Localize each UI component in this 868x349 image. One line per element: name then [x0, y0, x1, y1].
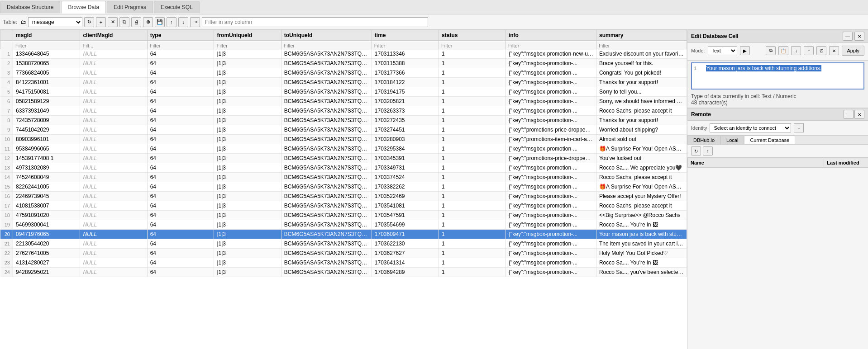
mode-select[interactable]: Text Binary Null Real Integer: [708, 46, 737, 55]
filter-type[interactable]: [147, 41, 214, 50]
print-btn[interactable]: 🖨: [131, 17, 141, 27]
filter-clientmsgid[interactable]: [80, 41, 147, 50]
table-row[interactable]: 872435728009NULL64|1|3BCM6G5ASA5K73AN2N7…: [0, 116, 687, 125]
export-btn[interactable]: ⇥: [190, 17, 200, 27]
cell-summary: Sorry, we should have informed you earli…: [596, 97, 687, 106]
clear-btn[interactable]: ✕: [829, 46, 839, 55]
null-btn[interactable]: ∅: [816, 46, 826, 55]
filter-summary-input[interactable]: [597, 42, 686, 49]
table-row[interactable]: 2341314280027NULL64|1|3BCM6G5ASA5K73AN2N…: [0, 258, 687, 268]
tab-browse-data[interactable]: Browse Data: [61, 1, 106, 14]
export-cell-btn[interactable]: ↑: [804, 46, 814, 55]
delete-row-btn[interactable]: ✕: [108, 17, 118, 27]
row-num: 1: [0, 49, 13, 59]
clear-filter-btn[interactable]: ⊗: [143, 17, 153, 27]
remote-tab-local[interactable]: Local: [720, 136, 744, 144]
row-num: 14: [0, 173, 13, 182]
filter-status[interactable]: [439, 41, 506, 50]
import-btn[interactable]: ↓: [791, 46, 801, 55]
table-row[interactable]: 2494289295021NULL64|1|3BCM6G5ASA5K73AN2N…: [0, 268, 687, 277]
filter-touniqueid-input[interactable]: [282, 42, 371, 49]
col-header-msgid[interactable]: msgId: [13, 30, 80, 41]
col-header-clientmsgid[interactable]: clientMsgId: [80, 30, 147, 41]
minimize-btn[interactable]: —: [843, 32, 853, 41]
format-btn[interactable]: ▶: [740, 46, 750, 55]
table-row[interactable]: 1349731302089NULL64|1|3BCM6G5ASA5K73AN2N…: [0, 163, 687, 173]
remote-minimize-btn[interactable]: —: [844, 110, 854, 119]
table-row[interactable]: 1195384996065NULL64|1|3BCM6G5ASA5K73AN2N…: [0, 144, 687, 154]
filter-time-input[interactable]: [372, 42, 438, 49]
remote-upload-btn[interactable]: ↑: [703, 146, 713, 156]
move-down-btn[interactable]: ↓: [178, 17, 188, 27]
col-header-type[interactable]: type: [147, 30, 214, 41]
cell-info: {"key":"msgbox-promotion-...: [506, 163, 596, 173]
filter-input[interactable]: [202, 17, 428, 27]
duplicate-row-btn[interactable]: ⧉: [119, 17, 129, 27]
filter-summary[interactable]: [596, 41, 687, 50]
table-select[interactable]: message: [28, 17, 82, 27]
table-row[interactable]: 1474524608049NULL64|1|3BCM6G5ASA5K73AN2N…: [0, 173, 687, 182]
filter-fromuniqueid[interactable]: [214, 41, 281, 50]
cell-msgid: 05821589129: [13, 97, 80, 106]
filter-info-input[interactable]: [506, 42, 596, 49]
filter-msgid-input[interactable]: [14, 42, 79, 49]
col-header-status[interactable]: status: [439, 30, 506, 41]
refresh-btn[interactable]: ↻: [84, 17, 94, 27]
add-row-btn[interactable]: +: [96, 17, 106, 27]
filter-msgid[interactable]: [13, 41, 80, 50]
paste-btn[interactable]: 📋: [778, 46, 788, 55]
col-header-time[interactable]: time: [372, 30, 439, 41]
filter-touniqueid[interactable]: [281, 41, 372, 50]
filter-clientmsgid-input[interactable]: [81, 42, 146, 49]
close-panel-btn[interactable]: ✕: [854, 32, 864, 41]
filter-status-input[interactable]: [439, 42, 505, 49]
col-header-info[interactable]: info: [506, 30, 596, 41]
filter-time[interactable]: [372, 41, 439, 50]
identity-add-btn[interactable]: +: [794, 123, 804, 132]
save-btn[interactable]: 💾: [155, 17, 165, 27]
move-up-btn[interactable]: ↑: [167, 17, 176, 27]
filter-fromuniqueid-input[interactable]: [215, 42, 280, 49]
remote-tab-dbhub[interactable]: DBHub.io: [687, 136, 720, 144]
cell-touniqueid: BCM6G5ASA5K73AN2N7S3TQYUS2MOBTV...: [281, 220, 372, 230]
tab-execute-sql[interactable]: Execute SQL: [154, 1, 200, 13]
table-row[interactable]: 215388720065NULL64|1|3BCM6G5ASA5K73AN2N7…: [0, 59, 687, 68]
files-table: Name Last modified Size: [687, 158, 868, 168]
cell-info: {"key":"msgbox-promotion-...: [506, 144, 596, 154]
cell-editor[interactable]: 1 Your mason jars is back with stunning …: [691, 62, 864, 90]
table-row[interactable]: 605821589129NULL64|1|3BCM6G5ASA5K73AN2N7…: [0, 97, 687, 106]
table-row[interactable]: 1214539177408 1NULL64|1|3BCM6G5ASA5K73AN…: [0, 154, 687, 163]
remote-refresh-btn[interactable]: ↻: [691, 146, 701, 156]
col-header-summary[interactable]: summary: [596, 30, 687, 41]
table-row[interactable]: 594175150081NULL64|1|3BCM6G5ASA5K73AN2N7…: [0, 87, 687, 97]
table-row[interactable]: 484122361001NULL64|1|3BCM6G5ASA5K73AN2N7…: [0, 78, 687, 87]
files-col-name: Name: [688, 158, 824, 168]
apply-btn[interactable]: Apply: [842, 46, 864, 56]
table-row[interactable]: 763373931049NULL64|1|3BCM6G5ASA5K73AN2N7…: [0, 106, 687, 116]
table-row[interactable]: 974451042029NULL64|1|3BCM6G5ASA5K73AN2N7…: [0, 125, 687, 135]
col-header-fromuniqueid[interactable]: fromUniqueId: [214, 30, 281, 41]
copy-btn[interactable]: ⧉: [766, 46, 776, 55]
tab-db-structure[interactable]: Database Structure: [0, 1, 60, 13]
table-row[interactable]: 1582262441005NULL64|1|3BCM6G5ASA5K73AN2N…: [0, 182, 687, 192]
filter-info[interactable]: [506, 41, 596, 50]
table-row[interactable]: 2227627641005NULL64|1|3BCM6G5ASA5K73AN2N…: [0, 249, 687, 258]
identity-select[interactable]: Select an identity to connect: [710, 123, 791, 132]
table-row[interactable]: 1954699300041NULL64|1|3BCM6G5ASA5K73AN2N…: [0, 220, 687, 230]
remote-tab-current-db[interactable]: Current Database: [744, 136, 795, 144]
tab-edit-pragmas[interactable]: Edit Pragmas: [107, 1, 153, 13]
table-row[interactable]: 1847591091020NULL64|1|3BCM6G5ASA5K73AN2N…: [0, 211, 687, 220]
table-row[interactable]: 113346648045NULL64|1|3BCM6G5ASA5K73AN2N7…: [0, 49, 687, 59]
cell-type-info: Type of data currently in cell: Text / N…: [691, 93, 864, 99]
filter-type-input[interactable]: [148, 42, 214, 49]
col-header-touniqueid[interactable]: toUniqueId: [281, 30, 372, 41]
remote-close-btn[interactable]: ✕: [854, 110, 864, 119]
table-row[interactable]: 2122130544020NULL64|1|3BCM6G5ASA5K73AN2N…: [0, 239, 687, 249]
table-row[interactable]: 1622469739045NULL64|1|3BCM6G5ASA5K73AN2N…: [0, 192, 687, 201]
table-row[interactable]: 1080903996101NULL64|1|3BCM6G5ASA5K73AN2N…: [0, 135, 687, 144]
table-row[interactable]: 1741081538007NULL64|1|3BCM6G5ASA5K73AN2N…: [0, 201, 687, 211]
table-row[interactable]: 377366824005NULL64|1|3BCM6G5ASA5K73AN2N7…: [0, 68, 687, 78]
table-row[interactable]: 2009471976065NULL64|1|3BCM6G5ASA5K73AN2N…: [0, 230, 687, 239]
cell-touniqueid: BCM6G5ASA5K73AN2N7S3TQYUS2MOBTV...: [281, 239, 372, 249]
cell-time: 1703263373: [372, 106, 439, 116]
